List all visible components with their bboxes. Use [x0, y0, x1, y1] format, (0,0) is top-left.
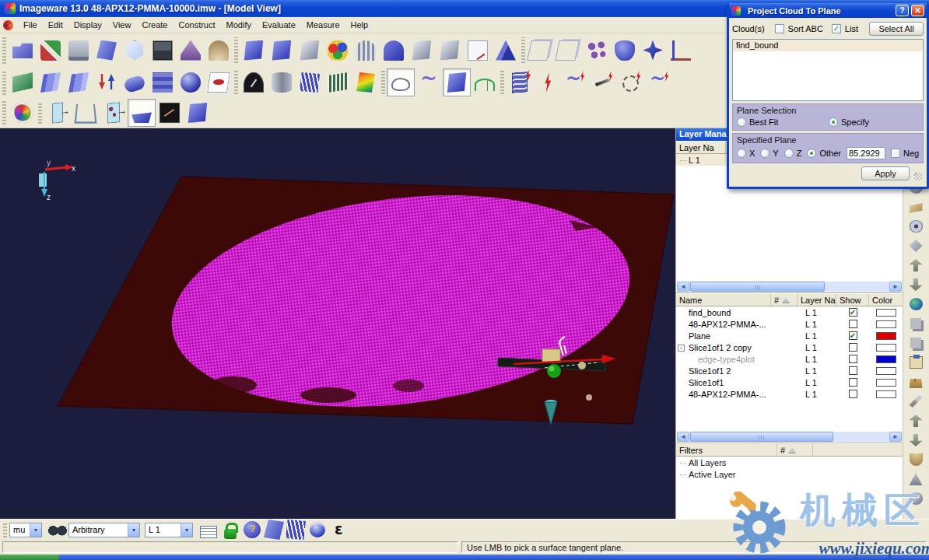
- filter-item[interactable]: Active Layer: [676, 468, 903, 480]
- evaluate-calculator-icon[interactable]: [65, 37, 93, 65]
- dialog-title-bar[interactable]: Project Cloud To Plane ? ✕: [729, 3, 927, 18]
- show-checkbox[interactable]: ✔: [849, 308, 857, 317]
- column-hash[interactable]: #: [771, 294, 798, 306]
- scroll-left-icon[interactable]: ◄: [677, 282, 689, 292]
- blue-arch-icon[interactable]: [380, 37, 408, 65]
- color-swatch[interactable]: [876, 320, 896, 328]
- diamond-icon[interactable]: [906, 238, 925, 254]
- open-file-icon[interactable]: [9, 37, 37, 65]
- paste-icon[interactable]: [906, 355, 925, 370]
- show-checkbox[interactable]: [849, 320, 857, 328]
- color-palette-icon[interactable]: [9, 99, 37, 127]
- table-row[interactable]: Slice1of1 2 copy-L 1: [676, 341, 903, 353]
- scroll-right-icon[interactable]: ►: [889, 282, 902, 292]
- star-surface-icon[interactable]: [639, 37, 667, 65]
- axis-icon[interactable]: [667, 37, 695, 65]
- green-striped-surface-icon[interactable]: [324, 68, 352, 96]
- best-fit-radio[interactable]: [737, 117, 746, 127]
- scroll-left-icon[interactable]: ◄: [677, 432, 689, 442]
- point-cloud-icon[interactable]: [583, 37, 611, 65]
- wire-cube-icon[interactable]: [121, 37, 149, 65]
- shaded-view-icon[interactable]: [156, 99, 184, 127]
- table-row[interactable]: edge-type4plotL 1: [676, 353, 903, 365]
- arrow-up-icon[interactable]: [906, 413, 925, 429]
- surface-patch-icon[interactable]: [240, 37, 268, 65]
- building-lightning-icon[interactable]: [506, 68, 534, 96]
- table-row[interactable]: 48-APX12-PMMA-...L 1: [676, 318, 903, 330]
- column-color[interactable]: Color: [869, 294, 903, 306]
- layer-row[interactable]: L 1: [676, 154, 731, 166]
- surface-tool-icon[interactable]: [443, 68, 471, 96]
- menu-modify[interactable]: Modify: [221, 18, 257, 32]
- color-swatch[interactable]: [876, 309, 896, 317]
- capsule-icon[interactable]: [121, 68, 149, 96]
- help-ball-icon[interactable]: [241, 520, 263, 539]
- sphere-icon[interactable]: [307, 520, 328, 539]
- up-down-arrows-icon[interactable]: [93, 68, 121, 96]
- table-row[interactable]: 48-APX12-PMMA-...L 1: [676, 388, 903, 400]
- sphere-tool-icon[interactable]: [177, 68, 205, 96]
- menu-file[interactable]: File: [18, 18, 43, 32]
- x-radio[interactable]: [737, 149, 746, 158]
- list-checkbox[interactable]: ✓: [832, 24, 841, 33]
- pencil-lightning-icon[interactable]: [590, 68, 618, 96]
- surface-display-icon[interactable]: [184, 99, 212, 127]
- wireframe-goggles-icon[interactable]: [555, 37, 583, 65]
- expander-icon[interactable]: -: [678, 345, 685, 352]
- specify-radio[interactable]: [829, 117, 838, 127]
- filter-item[interactable]: All Layers: [676, 457, 903, 468]
- active-layer-select[interactable]: L 1▼: [145, 523, 193, 537]
- paint-brush-icon[interactable]: [906, 394, 925, 409]
- show-checkbox[interactable]: [849, 343, 857, 352]
- move-up-icon[interactable]: [906, 257, 925, 273]
- apply-button[interactable]: Apply: [861, 166, 910, 180]
- object-name[interactable]: Slice1of1: [676, 378, 771, 387]
- object-name[interactable]: Slice1of1 2 copy-: [676, 343, 771, 352]
- color-swatch[interactable]: [876, 379, 896, 387]
- vase-icon[interactable]: [611, 37, 639, 65]
- column-hash[interactable]: #: [777, 444, 813, 456]
- menu-evaluate[interactable]: Evaluate: [257, 18, 301, 32]
- app-menu-icon[interactable]: [3, 20, 13, 30]
- cloud-tool-icon[interactable]: [387, 68, 415, 96]
- sort-abc-checkbox[interactable]: [775, 24, 784, 33]
- column-show[interactable]: Show: [836, 294, 869, 306]
- surface-patch-2-icon[interactable]: [268, 37, 296, 65]
- pyramid-icon[interactable]: [492, 37, 520, 65]
- color-swatch[interactable]: [876, 355, 896, 363]
- colored-car-icon[interactable]: [324, 37, 352, 65]
- wireframe-cube-icon[interactable]: [527, 37, 555, 65]
- gauge-icon[interactable]: [240, 68, 268, 96]
- dome-surface-icon[interactable]: [177, 37, 205, 65]
- open-box-icon[interactable]: [72, 99, 100, 127]
- project-to-plane-icon[interactable]: [128, 99, 156, 127]
- list-table-icon[interactable]: [198, 520, 219, 539]
- rainbow-surface-icon[interactable]: [352, 68, 380, 96]
- copy-icon[interactable]: [906, 316, 925, 331]
- objects-hscrollbar[interactable]: ◄ ►: [676, 431, 903, 443]
- table-row[interactable]: Slice1of1 2L 1: [676, 365, 903, 376]
- plane-mode-select[interactable]: Arbitrary▼: [68, 523, 140, 537]
- shell-surface-icon[interactable]: [205, 37, 233, 65]
- lightning-icon[interactable]: [534, 68, 562, 96]
- cone-icon[interactable]: [906, 471, 925, 487]
- epsilon-icon[interactable]: [328, 520, 350, 539]
- transform-icon[interactable]: [37, 37, 65, 65]
- object-name[interactable]: 48-APX12-PMMA-...: [676, 320, 771, 329]
- show-checkbox[interactable]: [849, 366, 857, 375]
- blue-striped-surface-icon[interactable]: [296, 68, 324, 96]
- block-stack-icon[interactable]: [149, 68, 177, 96]
- show-checkbox[interactable]: [849, 390, 857, 398]
- color-swatch[interactable]: [876, 344, 896, 352]
- arrow-down-icon[interactable]: [906, 432, 925, 448]
- layer-manager-hscrollbar[interactable]: ◄ ►: [676, 281, 903, 292]
- green-fan-icon[interactable]: [471, 68, 499, 96]
- spline-lightning-icon[interactable]: [646, 68, 674, 96]
- menu-construct[interactable]: Construct: [173, 18, 220, 32]
- object-name[interactable]: Slice1of1 2: [676, 366, 771, 376]
- menu-view[interactable]: View: [107, 18, 137, 32]
- cloud-list-item[interactable]: find_bound: [733, 40, 923, 51]
- color-swatch[interactable]: [876, 390, 896, 398]
- globe-icon[interactable]: [906, 296, 925, 312]
- mirror-plane-icon[interactable]: [93, 37, 121, 65]
